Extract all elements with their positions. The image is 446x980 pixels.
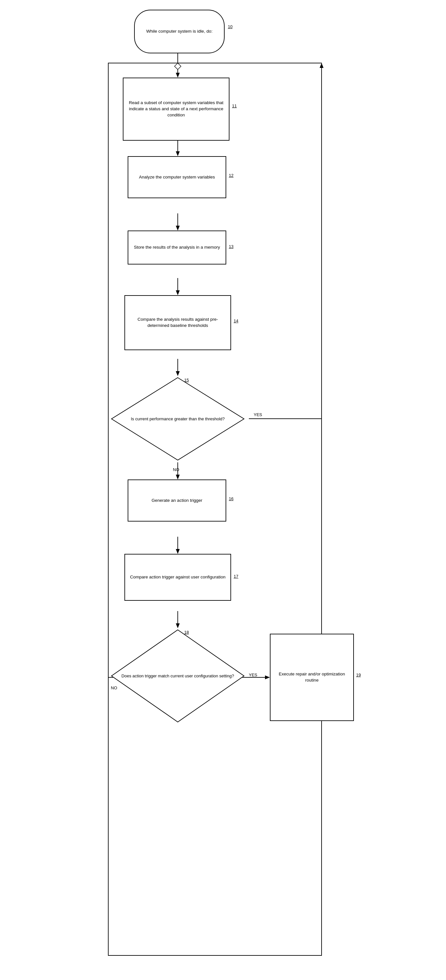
svg-marker-27	[175, 63, 181, 70]
step15-no-label: NO	[173, 467, 179, 472]
svg-marker-22	[265, 675, 270, 679]
svg-marker-14	[320, 63, 324, 68]
svg-marker-7	[176, 226, 180, 231]
step16-node: Generate an action trigger	[128, 479, 226, 522]
step18-label: Does action trigger match current user c…	[118, 670, 237, 682]
step12-label: Analyze the computer system variables	[139, 174, 215, 180]
step18-no-label: NO	[111, 686, 117, 690]
step15-yes-label: YES	[254, 412, 262, 417]
svg-marker-11	[176, 371, 180, 376]
step18-yes-label: YES	[249, 673, 257, 678]
step14-label: Compare the analysis results against pre…	[129, 317, 227, 329]
svg-marker-18	[176, 549, 180, 554]
step11-node: Read a subset of computer system variabl…	[123, 78, 230, 141]
step16-label: Generate an action trigger	[152, 498, 202, 504]
step12-node: Analyze the computer system variables	[128, 156, 226, 198]
svg-marker-5	[176, 151, 180, 156]
ref-10: 10	[228, 24, 232, 29]
ref-11: 11	[232, 103, 236, 108]
ref-14: 14	[234, 318, 238, 323]
step13-node: Store the results of the analysis in a m…	[128, 231, 226, 264]
step17-node: Compare action trigger against user conf…	[124, 554, 231, 601]
step15-diamond: Is current performance greater than the …	[110, 376, 246, 462]
start-label: While computer system is idle, do:	[146, 29, 213, 35]
ref-13: 13	[229, 244, 233, 249]
step19-label: Execute repair and/or optimization routi…	[275, 671, 349, 684]
ref-19: 19	[356, 673, 361, 678]
svg-marker-9	[176, 290, 180, 295]
svg-marker-20	[176, 624, 180, 628]
step17-label: Compare action trigger against user conf…	[130, 574, 225, 581]
step18-diamond: Does action trigger match current user c…	[110, 628, 246, 724]
step11-label: Read a subset of computer system variabl…	[127, 100, 225, 118]
ref-15: 15	[184, 378, 189, 382]
ref-17: 17	[234, 574, 238, 579]
flowchart-diagram: While computer system is idle, do: 10 Re…	[78, 0, 368, 980]
ref-16: 16	[229, 496, 233, 501]
step13-label: Store the results of the analysis in a m…	[134, 245, 220, 251]
svg-marker-16	[176, 475, 180, 479]
start-node: While computer system is idle, do:	[134, 10, 225, 53]
step14-node: Compare the analysis results against pre…	[124, 295, 231, 350]
ref-18: 18	[184, 630, 189, 635]
svg-marker-3	[176, 73, 180, 78]
step19-node: Execute repair and/or optimization routi…	[270, 634, 354, 721]
ref-12: 12	[229, 173, 233, 178]
step15-label: Is current performance greater than the …	[128, 413, 228, 425]
